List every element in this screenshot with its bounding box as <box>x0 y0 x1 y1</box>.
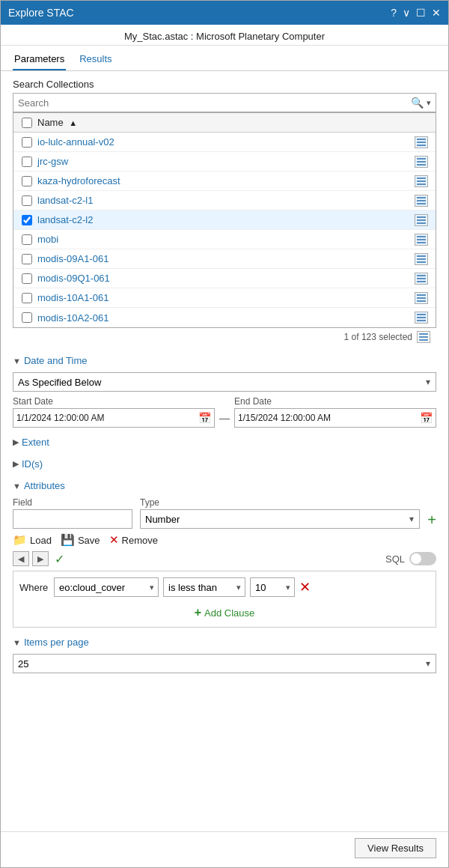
end-date-calendar-icon[interactable]: 📅 <box>420 412 433 424</box>
search-collections-section: Search Collections 🔍 ▾ Name ▲ <box>13 79 436 346</box>
where-operator-select[interactable]: is less than is greater than equals is b… <box>163 577 245 597</box>
where-value-select[interactable]: 10 <box>250 577 295 597</box>
toggle-knob <box>411 553 421 564</box>
where-field-select[interactable]: eo:cloud_cover <box>54 577 159 597</box>
row-name-6[interactable]: modis-09A1-061 <box>37 253 410 264</box>
attributes-fields-row: Field Type Number String Date <box>13 497 436 529</box>
help-icon[interactable]: ? <box>391 7 397 19</box>
row-name-8[interactable]: modis-10A1-061 <box>37 292 410 303</box>
extent-section: ▶ Extent <box>13 435 436 449</box>
window-title: Explore STAC <box>8 7 74 19</box>
items-per-page-header[interactable]: ▼ Items per page <box>13 635 436 649</box>
window-controls: ? ∨ ☐ ✕ <box>391 7 441 19</box>
table-icon-3 <box>415 195 428 207</box>
start-date-input[interactable] <box>16 413 198 423</box>
row-checkbox-7[interactable] <box>22 273 32 284</box>
sort-icon: ▲ <box>69 118 77 127</box>
table-icon-5 <box>415 234 428 246</box>
remove-clause-button[interactable]: ✕ <box>299 580 311 594</box>
search-collections-label: Search Collections <box>13 79 436 90</box>
collection-table: Name ▲ io-lulc-annual-v02 <box>13 112 436 328</box>
row-name-3[interactable]: landsat-c2-l1 <box>37 195 410 206</box>
type-select-group: Type Number String Date <box>140 497 420 529</box>
items-per-page-label: Items per page <box>24 637 89 648</box>
date-time-header[interactable]: ▼ Date and Time <box>13 353 436 368</box>
row-name-5[interactable]: mobi <box>37 234 410 245</box>
sql-toggle-switch[interactable] <box>409 552 436 565</box>
row-name-9[interactable]: modis-10A2-061 <box>37 312 410 324</box>
row-name-4[interactable]: landsat-c2-l2 <box>37 214 410 225</box>
chevron-down-icon[interactable]: ▾ <box>427 98 431 108</box>
tab-parameters[interactable]: Parameters <box>13 50 66 70</box>
type-label: Type <box>140 497 420 508</box>
items-per-page-select[interactable]: 25 50 100 200 <box>13 654 436 673</box>
remove-label: Remove <box>122 535 158 546</box>
where-field-wrapper: eo:cloud_cover <box>54 577 159 597</box>
where-clause-row: Where eo:cloud_cover is less than is gre… <box>19 577 430 597</box>
row-checkbox-2[interactable] <box>22 176 32 186</box>
restore-icon[interactable]: ☐ <box>416 7 426 19</box>
end-date-label: End Date <box>234 396 436 407</box>
start-date-input-row: 📅 <box>13 408 215 428</box>
view-results-button[interactable]: View Results <box>355 838 436 858</box>
add-clause-row[interactable]: + Add Clause <box>19 603 430 621</box>
ids-section: ▶ ID(s) <box>13 457 436 471</box>
date-mode-select[interactable]: As Specified Below All Dates Custom <box>13 372 436 392</box>
attributes-caret-icon: ▼ <box>13 482 21 491</box>
attribute-field-input[interactable] <box>13 509 132 529</box>
end-date-input-row: 📅 <box>234 408 436 428</box>
ids-caret-icon: ▶ <box>13 459 19 469</box>
nav-buttons-group: ◀ ▶ ✓ <box>13 551 64 566</box>
table-row: kaza-hydroforecast <box>13 172 436 191</box>
start-date-calendar-icon[interactable]: 📅 <box>198 412 211 424</box>
close-icon[interactable]: ✕ <box>432 7 441 19</box>
title-bar: Explore STAC ? ∨ ☐ ✕ <box>1 1 448 25</box>
table-row: io-lulc-annual-v02 <box>13 133 436 152</box>
row-checkbox-8[interactable] <box>22 293 32 303</box>
remove-button[interactable]: ✕ Remove <box>109 533 158 547</box>
row-name-7[interactable]: modis-09Q1-061 <box>37 273 410 284</box>
collapse-icon[interactable]: ∨ <box>403 7 410 19</box>
where-clause-box: Where eo:cloud_cover is less than is gre… <box>13 571 436 628</box>
row-checkbox-3[interactable] <box>22 195 32 206</box>
load-icon: 📁 <box>13 533 27 547</box>
row-name-1[interactable]: jrc-gsw <box>37 156 410 167</box>
row-checkbox-9[interactable] <box>22 312 32 323</box>
collection-details-icon[interactable] <box>417 331 430 343</box>
add-clause-plus-icon: + <box>195 606 201 619</box>
table-row: mobi <box>13 230 436 249</box>
row-name-0[interactable]: io-lulc-annual-v02 <box>37 136 410 148</box>
add-attribute-button[interactable]: + <box>427 512 436 527</box>
where-op-wrapper: is less than is greater than equals is b… <box>163 577 245 597</box>
attributes-header[interactable]: ▼ Attributes <box>13 479 436 493</box>
name-column-header[interactable]: Name ▲ <box>37 117 410 128</box>
table-body: io-lulc-annual-v02 jrc-gsw kaza-hydrofor… <box>13 133 436 327</box>
load-button[interactable]: 📁 Load <box>13 533 52 547</box>
ids-header[interactable]: ▶ ID(s) <box>13 457 436 471</box>
table-row: modis-09A1-061 <box>13 249 436 269</box>
row-checkbox-1[interactable] <box>22 157 32 167</box>
tab-bar: Parameters Results <box>1 46 448 71</box>
nav-next-button[interactable]: ▶ <box>32 551 49 566</box>
items-per-page-caret-icon: ▼ <box>13 638 21 647</box>
row-checkbox-4[interactable] <box>22 215 32 225</box>
save-button[interactable]: 💾 Save <box>61 533 100 547</box>
tab-results[interactable]: Results <box>78 50 113 70</box>
row-checkbox-6[interactable] <box>22 254 32 264</box>
search-input[interactable] <box>18 97 411 109</box>
attribute-type-select[interactable]: Number String Date <box>140 509 420 529</box>
row-checkbox-0[interactable] <box>22 137 32 148</box>
select-all-checkbox[interactable] <box>22 118 32 128</box>
row-name-2[interactable]: kaza-hydroforecast <box>37 175 410 186</box>
items-per-page-select-wrapper: 25 50 100 200 <box>13 654 436 673</box>
table-row: modis-09Q1-061 <box>13 269 436 288</box>
nav-prev-button[interactable]: ◀ <box>13 551 29 566</box>
validate-button[interactable]: ✓ <box>55 552 64 566</box>
date-time-section: ▼ Date and Time As Specified Below All D… <box>13 353 436 428</box>
row-checkbox-5[interactable] <box>22 234 32 245</box>
end-date-input[interactable] <box>238 413 420 423</box>
table-icon-7 <box>415 273 428 285</box>
extent-header[interactable]: ▶ Extent <box>13 435 436 449</box>
field-input-group: Field <box>13 497 132 529</box>
selection-count: 1 of 123 selected <box>344 332 412 342</box>
